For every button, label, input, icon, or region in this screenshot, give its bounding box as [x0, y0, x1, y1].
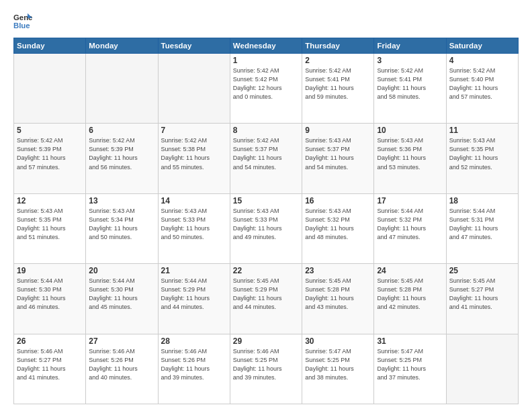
day-info: Sunrise: 5:46 AM Sunset: 5:27 PM Dayligh…	[17, 347, 83, 382]
day-info: Sunrise: 5:45 AM Sunset: 5:28 PM Dayligh…	[305, 277, 371, 312]
day-info: Sunrise: 5:43 AM Sunset: 5:37 PM Dayligh…	[305, 136, 371, 171]
day-info: Sunrise: 5:44 AM Sunset: 5:29 PM Dayligh…	[161, 277, 227, 312]
calendar-day-cell: 20Sunrise: 5:44 AM Sunset: 5:30 PM Dayli…	[86, 264, 158, 334]
day-number: 31	[377, 336, 443, 346]
calendar-day-cell: 23Sunrise: 5:45 AM Sunset: 5:28 PM Dayli…	[302, 264, 374, 334]
day-number: 24	[377, 266, 443, 275]
calendar-day-cell: 13Sunrise: 5:43 AM Sunset: 5:34 PM Dayli…	[86, 193, 158, 263]
day-number: 28	[161, 336, 227, 346]
calendar-day-cell: 31Sunrise: 5:47 AM Sunset: 5:25 PM Dayli…	[374, 334, 446, 404]
day-info: Sunrise: 5:46 AM Sunset: 5:26 PM Dayligh…	[161, 347, 227, 382]
day-info: Sunrise: 5:45 AM Sunset: 5:27 PM Dayligh…	[449, 277, 515, 312]
day-info: Sunrise: 5:42 AM Sunset: 5:41 PM Dayligh…	[377, 66, 443, 101]
calendar-day-cell: 25Sunrise: 5:45 AM Sunset: 5:27 PM Dayli…	[446, 264, 518, 334]
calendar-week-row: 5Sunrise: 5:42 AM Sunset: 5:39 PM Daylig…	[14, 124, 519, 193]
day-info: Sunrise: 5:44 AM Sunset: 5:32 PM Dayligh…	[377, 207, 443, 242]
calendar-day-cell: 26Sunrise: 5:46 AM Sunset: 5:27 PM Dayli…	[14, 334, 86, 404]
calendar-day-cell: 22Sunrise: 5:45 AM Sunset: 5:29 PM Dayli…	[230, 264, 302, 334]
day-info: Sunrise: 5:44 AM Sunset: 5:30 PM Dayligh…	[89, 277, 154, 312]
calendar-body: 1Sunrise: 5:42 AM Sunset: 5:42 PM Daylig…	[14, 54, 519, 404]
weekday-cell: Sunday	[14, 38, 86, 54]
calendar-day-cell: 7Sunrise: 5:42 AM Sunset: 5:38 PM Daylig…	[158, 124, 230, 193]
day-info: Sunrise: 5:46 AM Sunset: 5:26 PM Dayligh…	[89, 347, 154, 382]
day-info: Sunrise: 5:45 AM Sunset: 5:28 PM Dayligh…	[377, 277, 443, 312]
calendar-day-cell: 24Sunrise: 5:45 AM Sunset: 5:28 PM Dayli…	[374, 264, 446, 334]
calendar-week-row: 26Sunrise: 5:46 AM Sunset: 5:27 PM Dayli…	[14, 334, 519, 404]
calendar-day-cell: 29Sunrise: 5:46 AM Sunset: 5:25 PM Dayli…	[230, 334, 302, 404]
calendar-week-row: 19Sunrise: 5:44 AM Sunset: 5:30 PM Dayli…	[14, 264, 519, 334]
day-number: 20	[89, 266, 154, 275]
svg-text:Blue: Blue	[13, 21, 30, 30]
day-number: 13	[89, 196, 154, 205]
calendar-day-cell: 1Sunrise: 5:42 AM Sunset: 5:42 PM Daylig…	[230, 54, 302, 124]
weekday-cell: Wednesday	[230, 38, 302, 54]
logo: General Blue	[13, 12, 32, 31]
calendar-day-cell	[158, 54, 230, 124]
day-info: Sunrise: 5:42 AM Sunset: 5:39 PM Dayligh…	[89, 136, 154, 171]
calendar-day-cell: 8Sunrise: 5:42 AM Sunset: 5:37 PM Daylig…	[230, 124, 302, 193]
logo-icon: General Blue	[13, 12, 32, 31]
day-number: 22	[233, 266, 299, 275]
calendar-day-cell	[86, 54, 158, 124]
weekday-cell: Thursday	[302, 38, 374, 54]
day-number: 29	[233, 336, 299, 346]
day-info: Sunrise: 5:42 AM Sunset: 5:41 PM Dayligh…	[305, 66, 371, 101]
day-info: Sunrise: 5:43 AM Sunset: 5:35 PM Dayligh…	[17, 207, 83, 242]
calendar-day-cell: 5Sunrise: 5:42 AM Sunset: 5:39 PM Daylig…	[14, 124, 86, 193]
day-info: Sunrise: 5:43 AM Sunset: 5:32 PM Dayligh…	[305, 207, 371, 242]
day-number: 12	[17, 196, 83, 205]
page-header: General Blue	[13, 12, 519, 31]
calendar-day-cell: 6Sunrise: 5:42 AM Sunset: 5:39 PM Daylig…	[86, 124, 158, 193]
day-info: Sunrise: 5:42 AM Sunset: 5:42 PM Dayligh…	[233, 66, 299, 101]
day-number: 27	[89, 336, 154, 346]
calendar-day-cell	[446, 334, 518, 404]
calendar-day-cell: 16Sunrise: 5:43 AM Sunset: 5:32 PM Dayli…	[302, 193, 374, 263]
calendar-day-cell: 9Sunrise: 5:43 AM Sunset: 5:37 PM Daylig…	[302, 124, 374, 193]
day-number: 21	[161, 266, 227, 275]
day-info: Sunrise: 5:43 AM Sunset: 5:36 PM Dayligh…	[377, 136, 443, 171]
day-info: Sunrise: 5:42 AM Sunset: 5:39 PM Dayligh…	[17, 136, 83, 171]
day-info: Sunrise: 5:47 AM Sunset: 5:25 PM Dayligh…	[305, 347, 371, 382]
weekday-cell: Tuesday	[158, 38, 230, 54]
day-info: Sunrise: 5:43 AM Sunset: 5:33 PM Dayligh…	[233, 207, 299, 242]
day-number: 1	[233, 56, 299, 65]
day-number: 8	[233, 126, 299, 135]
day-number: 25	[449, 266, 515, 275]
day-number: 23	[305, 266, 371, 275]
day-number: 16	[305, 196, 371, 205]
day-info: Sunrise: 5:44 AM Sunset: 5:30 PM Dayligh…	[17, 277, 83, 312]
day-info: Sunrise: 5:43 AM Sunset: 5:33 PM Dayligh…	[161, 207, 227, 242]
day-number: 9	[305, 126, 371, 135]
day-number: 3	[377, 56, 443, 65]
calendar-day-cell: 17Sunrise: 5:44 AM Sunset: 5:32 PM Dayli…	[374, 193, 446, 263]
calendar-day-cell: 30Sunrise: 5:47 AM Sunset: 5:25 PM Dayli…	[302, 334, 374, 404]
day-info: Sunrise: 5:46 AM Sunset: 5:25 PM Dayligh…	[233, 347, 299, 382]
day-number: 6	[89, 126, 154, 135]
calendar-day-cell: 27Sunrise: 5:46 AM Sunset: 5:26 PM Dayli…	[86, 334, 158, 404]
weekday-cell: Monday	[86, 38, 158, 54]
weekday-header-row: SundayMondayTuesdayWednesdayThursdayFrid…	[14, 38, 519, 54]
day-info: Sunrise: 5:44 AM Sunset: 5:31 PM Dayligh…	[449, 207, 515, 242]
calendar-day-cell: 11Sunrise: 5:43 AM Sunset: 5:35 PM Dayli…	[446, 124, 518, 193]
weekday-cell: Friday	[374, 38, 446, 54]
day-number: 15	[233, 196, 299, 205]
day-number: 11	[449, 126, 515, 135]
day-info: Sunrise: 5:43 AM Sunset: 5:35 PM Dayligh…	[449, 136, 515, 171]
day-info: Sunrise: 5:43 AM Sunset: 5:34 PM Dayligh…	[89, 207, 154, 242]
calendar-day-cell: 19Sunrise: 5:44 AM Sunset: 5:30 PM Dayli…	[14, 264, 86, 334]
calendar-day-cell: 15Sunrise: 5:43 AM Sunset: 5:33 PM Dayli…	[230, 193, 302, 263]
calendar-day-cell: 18Sunrise: 5:44 AM Sunset: 5:31 PM Dayli…	[446, 193, 518, 263]
day-number: 5	[17, 126, 83, 135]
day-info: Sunrise: 5:47 AM Sunset: 5:25 PM Dayligh…	[377, 347, 443, 382]
calendar-week-row: 1Sunrise: 5:42 AM Sunset: 5:42 PM Daylig…	[14, 54, 519, 124]
calendar-day-cell	[14, 54, 86, 124]
day-info: Sunrise: 5:42 AM Sunset: 5:37 PM Dayligh…	[233, 136, 299, 171]
weekday-cell: Saturday	[446, 38, 518, 54]
day-number: 7	[161, 126, 227, 135]
calendar-day-cell: 2Sunrise: 5:42 AM Sunset: 5:41 PM Daylig…	[302, 54, 374, 124]
day-number: 19	[17, 266, 83, 275]
day-number: 10	[377, 126, 443, 135]
day-number: 4	[449, 56, 515, 65]
calendar-day-cell: 14Sunrise: 5:43 AM Sunset: 5:33 PM Dayli…	[158, 193, 230, 263]
day-info: Sunrise: 5:45 AM Sunset: 5:29 PM Dayligh…	[233, 277, 299, 312]
